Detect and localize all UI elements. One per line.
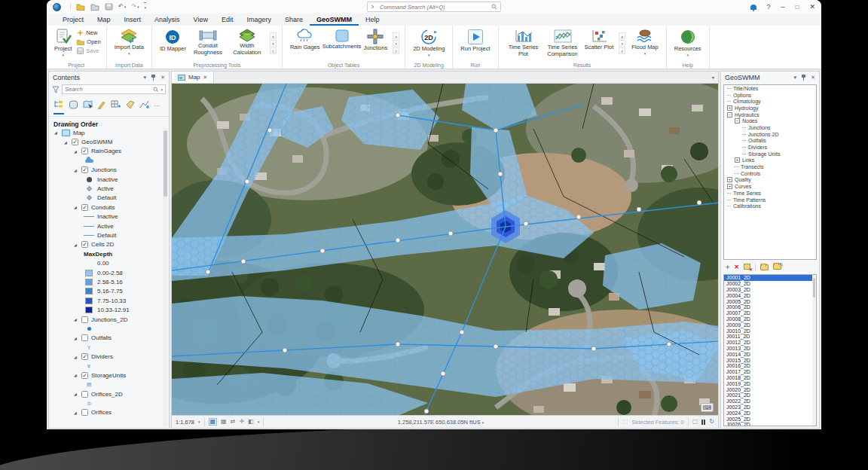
- layer-row[interactable]: ◢Junctions_2D: [50, 315, 162, 324]
- node-list-item[interactable]: J0009_2D: [724, 322, 816, 328]
- expander-icon[interactable]: ◢: [74, 410, 78, 415]
- legend-symbol-row[interactable]: [50, 324, 162, 333]
- redo-button[interactable]: ↷▾: [131, 3, 139, 11]
- save-project-icon[interactable]: [105, 3, 113, 11]
- layer-checkbox[interactable]: ✓: [81, 166, 88, 173]
- legend-symbol-row[interactable]: ⋔: [50, 362, 162, 371]
- node-list-item[interactable]: J0026_2D: [724, 422, 816, 426]
- close-icon[interactable]: ✕: [160, 75, 165, 81]
- list-by-labeling-icon[interactable]: [111, 99, 121, 114]
- tree-expander-icon[interactable]: −: [735, 118, 740, 124]
- node-list-item[interactable]: J0021_2D: [724, 392, 816, 398]
- crosshair-icon[interactable]: ✛: [239, 419, 244, 425]
- chevron-down-icon[interactable]: ▾: [712, 75, 718, 80]
- contents-scrollbar[interactable]: [163, 128, 168, 427]
- node-list-item[interactable]: J0007_2D: [724, 310, 816, 316]
- node-list-item[interactable]: J0018_2D: [724, 375, 816, 381]
- layer-row[interactable]: ◢Orifices: [50, 408, 162, 417]
- layer-row[interactable]: ◢✓StorageUnits: [50, 371, 162, 380]
- layer-checkbox[interactable]: [81, 391, 88, 398]
- minimize-button[interactable]: –: [781, 3, 785, 11]
- expander-icon[interactable]: ◢: [74, 392, 78, 396]
- node-list-item[interactable]: J0006_2D: [724, 304, 816, 310]
- legend-symbol-row[interactable]: Active: [50, 184, 162, 193]
- grid-icon[interactable]: ▦: [221, 419, 227, 425]
- layer-checkbox[interactable]: [81, 316, 88, 323]
- close-button[interactable]: ✕: [809, 3, 815, 11]
- tree-item-climatology[interactable]: Climatology: [724, 98, 816, 105]
- scale-value[interactable]: 1:1,678: [176, 419, 194, 426]
- 2d-modeling-button[interactable]: 2D 2D Modeling▾: [411, 28, 447, 58]
- node-list-item[interactable]: J0025_2D: [724, 416, 816, 422]
- tab-help[interactable]: Help: [359, 14, 387, 26]
- node-list-item[interactable]: J0005_2D: [724, 298, 816, 304]
- contents-search-input[interactable]: [65, 86, 151, 93]
- chevron-down-icon[interactable]: ▾: [258, 420, 260, 424]
- chevron-down-icon[interactable]: ▾: [144, 75, 147, 81]
- layer-row[interactable]: ◢Orifices_2D: [50, 389, 162, 398]
- layer-row[interactable]: ◢✓GeoSWMM: [50, 137, 162, 146]
- legend-symbol-row[interactable]: [50, 156, 162, 165]
- node-list-item[interactable]: J0020_2D: [724, 386, 816, 392]
- node-list-item[interactable]: J0012_2D: [724, 340, 816, 346]
- export-icon[interactable]: ✎: [773, 264, 781, 271]
- node-list-item[interactable]: J0015_2D: [724, 357, 816, 363]
- expander-icon[interactable]: ◢: [74, 317, 78, 322]
- tree-item-junctions[interactable]: Junctions: [724, 124, 816, 131]
- list-by-perspective-icon[interactable]: [139, 99, 149, 114]
- legend-symbol-row[interactable]: ⊖: [50, 398, 162, 407]
- expander-icon[interactable]: ◢: [74, 205, 78, 209]
- node-list-item[interactable]: J0004_2D: [724, 292, 816, 298]
- node-list-item[interactable]: J0010_2D: [724, 328, 816, 334]
- tree-item-curves[interactable]: +Curves: [724, 183, 816, 190]
- contents-search-box[interactable]: ▾: [62, 84, 166, 94]
- expander-icon[interactable]: ◢: [74, 355, 78, 359]
- chevron-down-icon[interactable]: ▾: [794, 75, 797, 81]
- node-list-item[interactable]: J0017_2D: [724, 369, 816, 375]
- list-by-data-source-icon[interactable]: [69, 99, 78, 114]
- list-by-snapping-icon[interactable]: [125, 99, 135, 114]
- tab-analysis[interactable]: Analysis: [148, 14, 187, 26]
- delete-object-button[interactable]: ✕: [734, 264, 739, 270]
- tab-insert[interactable]: Insert: [118, 14, 148, 26]
- notifications-icon[interactable]: [750, 5, 756, 10]
- layer-checkbox[interactable]: ✓: [81, 241, 88, 248]
- node-list-item[interactable]: J0023_2D: [724, 404, 816, 410]
- gallery-scroll-arrows[interactable]: ▴▾≡: [393, 32, 399, 54]
- tree-item-time-series[interactable]: Time Series: [724, 190, 816, 197]
- layer-row[interactable]: ◢Map: [50, 128, 162, 137]
- tab-project[interactable]: Project: [56, 14, 90, 26]
- coordinates-readout[interactable]: 1,258,211.57E 650,638.05N ftUS ▾: [267, 419, 614, 426]
- expander-icon[interactable]: ◢: [64, 140, 69, 145]
- new-project-icon[interactable]: [90, 3, 99, 11]
- tree-item-hydraulics[interactable]: −Hydraulics: [724, 111, 816, 118]
- node-list-item[interactable]: J0003_2D: [724, 287, 816, 293]
- open-project-icon[interactable]: [76, 3, 85, 11]
- layer-row[interactable]: ◢✓Conduits: [50, 203, 162, 212]
- tab-edit[interactable]: Edit: [215, 14, 240, 26]
- tab-geoswmm[interactable]: GeoSWMM: [310, 14, 359, 26]
- tab-imagery[interactable]: Imagery: [240, 14, 278, 26]
- layer-row[interactable]: ◢✓RainGages: [50, 147, 162, 156]
- list-by-drawing-order-icon[interactable]: [53, 98, 64, 114]
- expander-icon[interactable]: ◢: [74, 168, 78, 172]
- chevron-down-icon[interactable]: ▾: [160, 87, 163, 92]
- legend-symbol-row[interactable]: Active: [50, 221, 162, 230]
- junctions-button[interactable]: Junctions: [362, 28, 390, 53]
- close-icon[interactable]: ✕: [811, 75, 815, 81]
- delete-all-icon[interactable]: ✕: [744, 264, 750, 271]
- time-series-plot-button[interactable]: Time Series Plot: [504, 28, 543, 58]
- pause-drawing-icon[interactable]: [701, 420, 705, 425]
- layer-row[interactable]: ◢Outfalls: [50, 334, 162, 343]
- tab-view[interactable]: View: [187, 14, 215, 26]
- gallery-scroll-arrows[interactable]: ▴▾≡: [619, 32, 625, 54]
- scale-dropdown-icon[interactable]: ▾: [198, 420, 200, 424]
- map-frame-icon[interactable]: ▢: [692, 419, 698, 425]
- node-list-item[interactable]: J0016_2D: [724, 363, 816, 369]
- tree-item-hydrology[interactable]: +Hydrology: [724, 105, 816, 111]
- import-data-button[interactable]: Import Data▾: [112, 28, 146, 56]
- save-button[interactable]: Save: [77, 47, 100, 54]
- node-list-item[interactable]: J0011_2D: [724, 334, 816, 340]
- node-list-scrollbar[interactable]: [812, 275, 816, 426]
- node-list-item[interactable]: J0022_2D: [724, 398, 816, 404]
